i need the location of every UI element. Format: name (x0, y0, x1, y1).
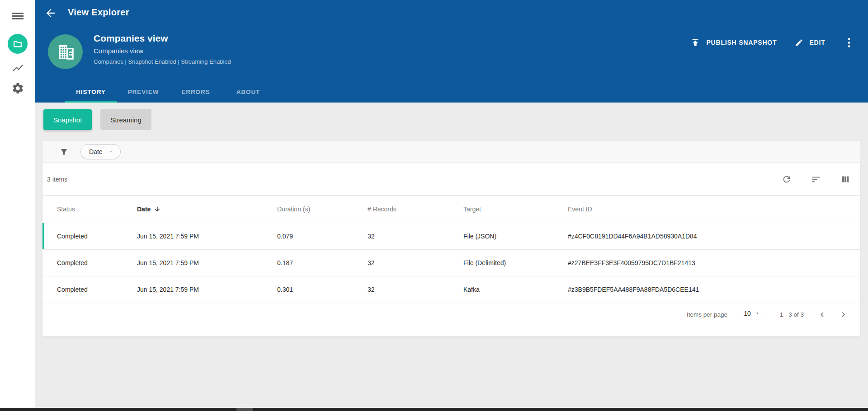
tab-history-label: HISTORY (76, 89, 106, 95)
table-toolbar: 3 items (42, 163, 860, 196)
cell-date: Jun 15, 2021 7:59 PM (137, 259, 277, 266)
cell-date: Jun 15, 2021 7:59 PM (137, 286, 277, 293)
history-tab-content: Snapshot Streaming Date 3 items (35, 103, 868, 408)
mode-toggle-group: Snapshot Streaming (43, 109, 151, 130)
cell-records: 32 (368, 286, 463, 293)
chevron-down-icon (108, 149, 113, 154)
cell-duration: 0.187 (277, 259, 368, 266)
sidebar-item-settings[interactable] (11, 82, 24, 95)
next-page-chevron-icon[interactable] (839, 310, 848, 319)
cell-event-id: #z4CF0C8191DD44F6A94B1AD58930A1D84 (568, 233, 860, 240)
streaming-toggle-button[interactable]: Streaming (100, 109, 151, 130)
selected-row-indicator (42, 223, 44, 249)
app-header: View Explorer Companies view (35, 0, 868, 103)
column-header-target[interactable]: Target (463, 206, 568, 213)
line-chart-icon (12, 62, 24, 74)
items-per-page-label: Items per page (687, 311, 727, 318)
snapshot-toggle-label: Snapshot (53, 116, 82, 124)
folder-icon (13, 39, 23, 49)
page-size-value: 10 (744, 310, 751, 317)
streaming-toggle-label: Streaming (110, 116, 141, 124)
entity-avatar (48, 34, 83, 69)
table-row[interactable]: Completed Jun 15, 2021 7:59 PM 0.079 32 … (42, 223, 860, 250)
previous-page-chevron-icon[interactable] (817, 310, 827, 319)
column-header-event-id[interactable]: Event ID (568, 206, 860, 213)
cell-records: 32 (368, 259, 463, 266)
tab-about-label: ABOUT (236, 89, 260, 95)
column-header-status[interactable]: Status (57, 206, 137, 213)
cell-duration: 0.079 (277, 233, 368, 240)
tab-bar: HISTORY PREVIEW ERRORS ABOUT (65, 81, 274, 103)
cell-status: Completed (57, 233, 137, 240)
tab-preview[interactable]: PREVIEW (117, 81, 170, 103)
sort-desc-arrow-icon (154, 206, 161, 213)
date-filter-value: Date (89, 148, 103, 155)
sidebar-item-views[interactable] (8, 34, 28, 54)
cell-records: 32 (368, 233, 463, 240)
tab-preview-label: PREVIEW (128, 89, 159, 95)
pagination-bar: Items per page 10 1 - 3 of 3 (42, 303, 860, 326)
header-actions: PUBLISH SNAPSHOT EDIT (690, 36, 853, 49)
table-row[interactable]: Completed Jun 15, 2021 7:59 PM 0.301 32 … (42, 276, 860, 303)
cell-status: Completed (57, 259, 137, 266)
publish-snapshot-label: PUBLISH SNAPSHOT (706, 39, 777, 46)
gear-icon (11, 82, 24, 95)
column-header-records[interactable]: # Records (368, 206, 463, 213)
cell-duration: 0.301 (277, 286, 368, 293)
publish-snapshot-button[interactable]: PUBLISH SNAPSHOT (690, 37, 777, 47)
filter-funnel-icon[interactable] (60, 148, 68, 156)
hamburger-menu-icon[interactable] (12, 13, 24, 19)
more-options-kebab-icon[interactable] (845, 36, 853, 49)
entity-subtitle: Companies view (94, 47, 231, 55)
back-arrow-icon[interactable] (44, 7, 57, 19)
cell-date: Jun 15, 2021 7:59 PM (137, 233, 277, 240)
page-range-label: 1 - 3 of 3 (780, 311, 804, 318)
table-row[interactable]: Completed Jun 15, 2021 7:59 PM 0.187 32 … (42, 250, 860, 276)
cell-target: Kafka (463, 286, 568, 293)
snapshot-toggle-button[interactable]: Snapshot (43, 109, 92, 130)
pagination-controls (817, 310, 848, 319)
column-header-date[interactable]: Date (137, 206, 277, 213)
cell-event-id: #z27BEE3FF3E3F40059795DC7D1BF21413 (568, 259, 860, 266)
column-header-duration[interactable]: Duration (s) (277, 206, 368, 213)
history-table-card: 3 items St (42, 163, 860, 336)
entity-meta: Companies | Snapshot Enabled | Streaming… (94, 58, 231, 65)
building-icon (55, 42, 76, 62)
edit-label: EDIT (809, 39, 825, 46)
entity-title: Companies view (94, 33, 231, 44)
horizontal-scrollbar-track[interactable] (0, 408, 868, 411)
left-sidebar (0, 0, 35, 408)
edit-button[interactable]: EDIT (795, 38, 825, 47)
cell-target: File (Delimited) (463, 259, 568, 266)
cell-status: Completed (57, 286, 137, 293)
entity-text-block: Companies view Companies view Companies … (94, 33, 231, 65)
table-toolbar-icons (782, 174, 850, 184)
upload-icon (690, 37, 700, 47)
cell-target: File (JSON) (463, 233, 568, 240)
columns-icon[interactable] (840, 174, 850, 184)
filter-bar: Date (42, 141, 860, 163)
horizontal-scrollbar-thumb[interactable] (236, 408, 253, 411)
sidebar-item-activity[interactable] (12, 62, 24, 74)
page-size-dropdown[interactable]: 10 (742, 310, 762, 319)
tab-about[interactable]: ABOUT (222, 81, 274, 103)
date-filter-dropdown[interactable]: Date (80, 144, 121, 159)
tab-history[interactable]: HISTORY (65, 81, 117, 103)
table-header-row: Status Date Duration (s) # Records Targe… (42, 196, 860, 223)
column-header-date-label: Date (137, 206, 151, 213)
pencil-icon (795, 38, 803, 47)
refresh-icon[interactable] (782, 174, 792, 184)
tab-errors-label: ERRORS (181, 89, 210, 95)
items-count: 3 items (47, 176, 67, 183)
sort-icon[interactable] (811, 174, 821, 184)
cell-event-id: #z3B9B5FDEF5AA488F9A88FDA5D6CEE141 (568, 286, 860, 293)
chevron-down-icon (755, 311, 760, 316)
page-title: View Explorer (68, 7, 129, 18)
tab-errors[interactable]: ERRORS (170, 81, 222, 103)
